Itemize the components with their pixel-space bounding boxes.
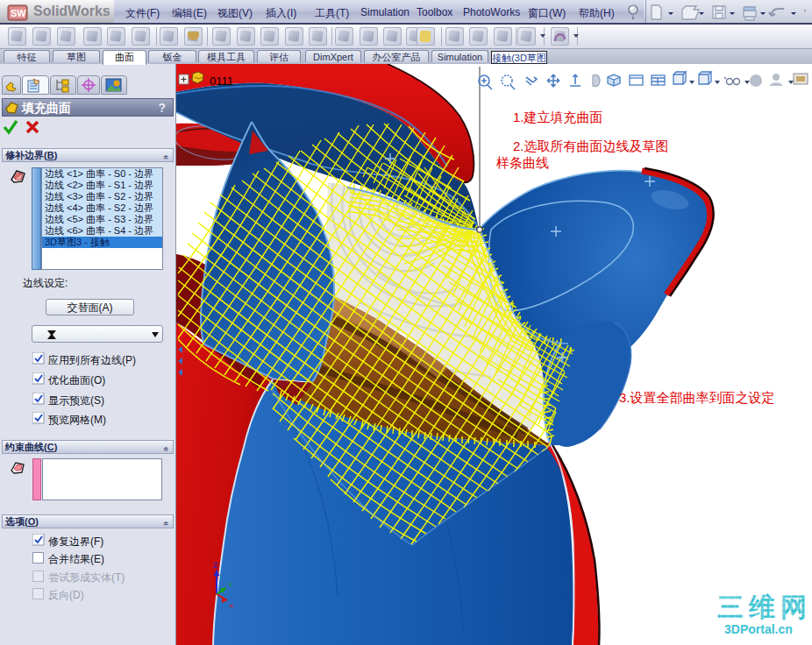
svg-text:3DPortal.cn: 3DPortal.cn <box>724 622 793 636</box>
svg-text:Y: Y <box>228 581 233 589</box>
svg-text:3.设置全部曲率到面之设定: 3.设置全部曲率到面之设定 <box>619 390 775 405</box>
svg-text:0111: 0111 <box>210 74 233 88</box>
svg-text:Z: Z <box>213 561 218 570</box>
svg-text:SW: SW <box>11 8 26 18</box>
svg-text:样条曲线: 样条曲线 <box>496 155 549 170</box>
svg-text:2.选取所有曲面边线及草图: 2.选取所有曲面边线及草图 <box>513 138 669 153</box>
svg-text:1.建立填充曲面: 1.建立填充曲面 <box>513 110 603 124</box>
svg-text:X: X <box>229 602 234 610</box>
